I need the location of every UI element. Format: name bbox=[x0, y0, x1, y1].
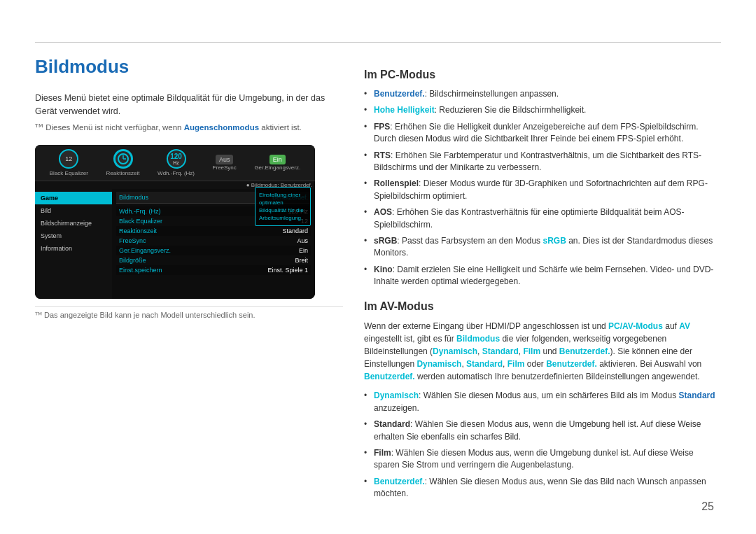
row-eingang: Ger.Eingangsverz. Ein bbox=[116, 246, 311, 255]
sidebar-bildschirmanzeige: Bildschirmanzeige bbox=[35, 217, 112, 230]
bullet-benutzerdef-av: Benutzerdef.: Wählen Sie diesen Modus au… bbox=[364, 476, 721, 500]
gauge-reaktionszeit: Reaktionszeit bbox=[106, 149, 140, 176]
row-bildgroesse: Bildgröße Breit bbox=[116, 255, 311, 265]
gauge-circle-1: 12 bbox=[59, 149, 78, 169]
bullet-srgb: sRGB: Passt das Farbsystem an den Modus … bbox=[364, 235, 721, 260]
bullet-hohe-helligkeit: Hohe Helligkeit: Reduzieren Sie die Bild… bbox=[364, 104, 721, 116]
note-text: ᵀᴹ Dieses Menü ist nicht verfügbar, wenn… bbox=[35, 122, 343, 132]
bullet-rts: RTS: Erhöhen Sie Farbtemperatur und Kont… bbox=[364, 150, 721, 174]
intro-text: Dieses Menü bietet eine optimale Bildqua… bbox=[35, 92, 343, 118]
bullet-kino: Kino: Damit erzielen Sie eine Helligkeit… bbox=[364, 264, 721, 288]
badge-aus: Aus bbox=[216, 155, 234, 164]
left-column: Bildmodus Dieses Menü bietet eine optima… bbox=[35, 56, 343, 320]
av-section-title: Im AV-Modus bbox=[364, 300, 721, 313]
monitor-mockup: 12 Black Equalizer Reaktionszeit 120 Hz … bbox=[35, 145, 315, 299]
av-bullet-list: Dynamisch: Wählen Sie diesen Modus aus, … bbox=[364, 390, 721, 500]
monitor-topbar: 12 Black Equalizer Reaktionszeit 120 Hz … bbox=[35, 145, 315, 181]
note-highlight: Augenschonmodus bbox=[184, 123, 259, 132]
bullet-film: Film: Wählen Sie diesen Modus aus, wenn … bbox=[364, 447, 721, 472]
badge-ein: Ein bbox=[270, 155, 286, 164]
note-prefix: ᵀᴹ Dieses Menü ist nicht verfügbar, wenn bbox=[35, 123, 184, 132]
right-column: Im PC-Modus Benutzerdef.: Bildschirmeins… bbox=[364, 56, 721, 510]
footnote: ᵀᴹ Das angezeigte Bild kann je nach Mode… bbox=[35, 306, 343, 320]
monitor-tooltip: Einstellung einer optimalen Bildqualität… bbox=[255, 187, 311, 227]
bullet-fps: FPS: Erhöhen Sie die Helligkeit dunkler … bbox=[364, 121, 721, 146]
monitor-sidebar: Game Bild Bildschirmanzeige System Infor… bbox=[35, 189, 112, 299]
main-header-bildmodus: Bildmodus bbox=[119, 194, 148, 201]
bullet-aos: AOS: Erhöhen Sie das Kontrastverhältnis … bbox=[364, 206, 721, 231]
row-einst: Einst.speichern Einst. Spiele 1 bbox=[116, 265, 311, 275]
note-suffix: aktiviert ist. bbox=[259, 123, 302, 132]
sidebar-bild: Bild bbox=[35, 204, 112, 217]
sidebar-information: Information bbox=[35, 242, 112, 255]
pc-section-title: Im PC-Modus bbox=[364, 69, 721, 81]
bullet-rollenspiel: Rollenspiel: Dieser Modus wurde für 3D-G… bbox=[364, 178, 721, 202]
bullet-dynamisch: Dynamisch: Wählen Sie diesen Modus aus, … bbox=[364, 390, 721, 414]
top-border bbox=[35, 42, 721, 43]
gauge-eingang: Ein Ger.Eingangsverz. bbox=[254, 155, 300, 171]
hl-dynamisch: Dynamisch bbox=[374, 391, 419, 400]
row-freesync: FreeSync Aus bbox=[116, 236, 311, 246]
bullet-standard: Standard: Wählen Sie diesen Modus aus, w… bbox=[364, 419, 721, 443]
row-reaktionszeit: Reaktionszeit Standard bbox=[116, 226, 311, 236]
sidebar-game: Game bbox=[35, 192, 112, 204]
gauge-freesync: Aus FreeSync bbox=[213, 155, 237, 171]
monitor-body: Game Bild Bildschirmanzeige System Infor… bbox=[35, 189, 315, 299]
gauge-black-equalizer: 12 Black Equalizer bbox=[50, 149, 88, 176]
hl-hohe-helligkeit: Hohe Helligkeit bbox=[374, 105, 435, 115]
hl-benutzerdef-av: Benutzerdef. bbox=[374, 477, 425, 486]
hl-benutzerdef: Benutzerdef. bbox=[374, 89, 425, 99]
gauge-freq: 120 Hz Wdh.-Frq. (Hz) bbox=[158, 149, 195, 176]
sidebar-system: System bbox=[35, 230, 112, 242]
section-title: Bildmodus bbox=[35, 56, 343, 78]
gauge-circle-2 bbox=[113, 149, 133, 169]
av-intro: Wenn der externe Eingang über HDMI/DP an… bbox=[364, 320, 721, 383]
pc-bullet-list: Benutzerdef.: Bildschirmeinstellungen an… bbox=[364, 88, 721, 288]
gauge-circle-3: 120 Hz bbox=[167, 149, 186, 169]
bullet-benutzerdef: Benutzerdef.: Bildschirmeinstellungen an… bbox=[364, 88, 721, 100]
